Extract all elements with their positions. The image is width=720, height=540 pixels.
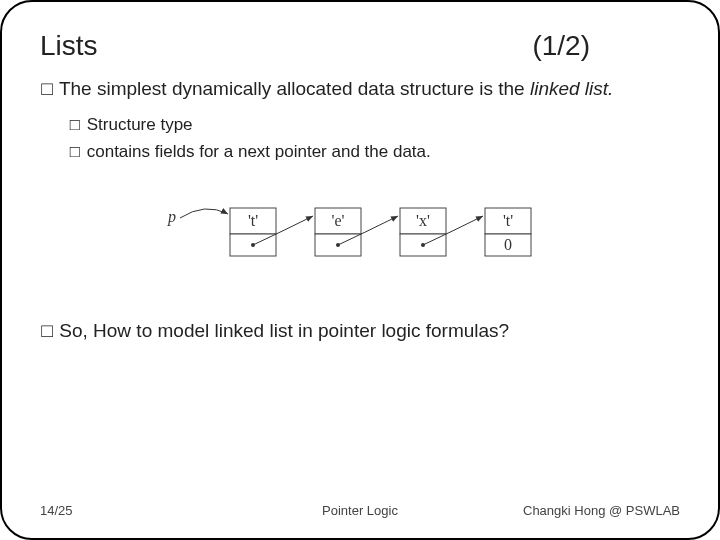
bullet-1-pre: The simplest dynamically allocated data … [59,78,530,99]
arrow-icon [180,209,228,218]
linked-list-diagram: p 't' 'e' 'x' 't' 0 [150,192,570,282]
sub-bullet-2: □ contains fields for a next pointer and… [68,140,680,164]
slide-title: Lists [40,30,98,62]
sub-bullet-1: □ Structure type [68,113,680,137]
bullet-box-icon: □ [40,318,54,345]
footer: 14/25 Pointer Logic Changki Hong @ PSWLA… [40,503,680,518]
footer-author: Changki Hong @ PSWLAB [523,503,680,518]
bullet-question: □ So, How to model linked list in pointe… [40,318,680,345]
page-number: 14/25 [40,503,73,518]
sub-bullet-1-text: Structure type [87,115,193,134]
node-data-value: 'e' [332,212,345,229]
bullet-1: □ The simplest dynamically allocated dat… [40,76,680,103]
slide-counter: (1/2) [532,30,590,62]
node-data-value: 'x' [416,212,430,229]
body: □ The simplest dynamically allocated dat… [40,76,680,345]
node-data-value: 't' [503,212,513,229]
question-text: So, How to model linked list in pointer … [59,320,509,341]
bullet-box-icon: □ [68,140,82,164]
footer-subject: Pointer Logic [322,503,398,518]
node-null-value: 0 [504,236,512,253]
bullet-box-icon: □ [40,76,54,103]
sub-bullet-2-text: contains fields for a next pointer and t… [87,142,431,161]
bullet-box-icon: □ [68,113,82,137]
node-data-value: 't' [248,212,258,229]
header: Lists (1/2) [40,30,680,62]
slide-frame: Lists (1/2) □ The simplest dynamically a… [0,0,720,540]
bullet-1-em: linked list. [530,78,613,99]
pointer-p-label: p [167,208,176,226]
